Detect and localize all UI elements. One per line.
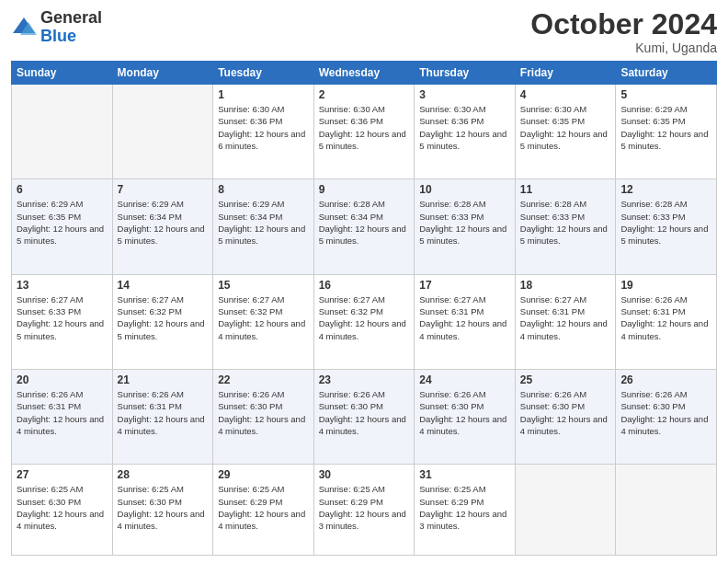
table-row: 16Sunrise: 6:27 AM Sunset: 6:32 PM Dayli… [313,274,415,369]
table-row: 27Sunrise: 6:25 AM Sunset: 6:30 PM Dayli… [12,465,113,556]
table-row: 31Sunrise: 6:25 AM Sunset: 6:29 PM Dayli… [415,465,516,556]
table-row: 6Sunrise: 6:29 AM Sunset: 6:35 PM Daylig… [12,179,113,274]
table-row: 24Sunrise: 6:26 AM Sunset: 6:30 PM Dayli… [415,370,516,465]
day-info: Sunrise: 6:29 AM Sunset: 6:35 PM Dayligh… [17,198,108,247]
table-row: 12Sunrise: 6:28 AM Sunset: 6:33 PM Dayli… [616,179,717,274]
day-number: 9 [319,183,410,196]
day-info: Sunrise: 6:28 AM Sunset: 6:33 PM Dayligh… [520,198,611,247]
table-row: 22Sunrise: 6:26 AM Sunset: 6:30 PM Dayli… [213,370,314,465]
day-info: Sunrise: 6:28 AM Sunset: 6:33 PM Dayligh… [620,198,711,247]
day-number: 20 [17,373,108,386]
table-row: 1Sunrise: 6:30 AM Sunset: 6:36 PM Daylig… [213,85,314,179]
table-row: 2Sunrise: 6:30 AM Sunset: 6:36 PM Daylig… [313,85,415,179]
day-info: Sunrise: 6:29 AM Sunset: 6:34 PM Dayligh… [218,198,309,247]
day-info: Sunrise: 6:25 AM Sunset: 6:29 PM Dayligh… [319,483,410,532]
table-row: 30Sunrise: 6:25 AM Sunset: 6:29 PM Dayli… [313,465,415,556]
table-row: 19Sunrise: 6:26 AM Sunset: 6:31 PM Dayli… [616,274,717,369]
table-row: 4Sunrise: 6:30 AM Sunset: 6:35 PM Daylig… [515,85,616,179]
day-number: 7 [118,183,209,196]
table-row: 9Sunrise: 6:28 AM Sunset: 6:34 PM Daylig… [313,179,415,274]
table-row: 29Sunrise: 6:25 AM Sunset: 6:29 PM Dayli… [213,465,314,556]
day-info: Sunrise: 6:27 AM Sunset: 6:32 PM Dayligh… [319,293,410,342]
day-number: 10 [419,183,510,196]
day-number: 21 [118,373,209,386]
day-number: 6 [17,183,108,196]
day-number: 1 [218,88,309,101]
header: General Blue October 2024 Kumi, Uganda [11,9,717,55]
location: Kumi, Uganda [530,40,717,55]
logo-general: General [40,8,102,27]
day-info: Sunrise: 6:26 AM Sunset: 6:31 PM Dayligh… [620,293,711,342]
table-row [515,465,616,556]
day-info: Sunrise: 6:25 AM Sunset: 6:30 PM Dayligh… [17,483,108,532]
day-info: Sunrise: 6:30 AM Sunset: 6:36 PM Dayligh… [419,103,510,152]
day-info: Sunrise: 6:27 AM Sunset: 6:32 PM Dayligh… [118,293,209,342]
header-friday: Friday [515,62,616,85]
table-row: 3Sunrise: 6:30 AM Sunset: 6:36 PM Daylig… [415,85,516,179]
day-info: Sunrise: 6:29 AM Sunset: 6:35 PM Dayligh… [620,103,711,152]
day-number: 31 [419,468,510,481]
day-info: Sunrise: 6:27 AM Sunset: 6:32 PM Dayligh… [218,293,309,342]
day-number: 22 [218,373,309,386]
week-row-2: 6Sunrise: 6:29 AM Sunset: 6:35 PM Daylig… [12,179,717,274]
table-row: 18Sunrise: 6:27 AM Sunset: 6:31 PM Dayli… [515,274,616,369]
table-row [112,85,213,179]
table-row: 11Sunrise: 6:28 AM Sunset: 6:33 PM Dayli… [515,179,616,274]
day-number: 24 [419,373,510,386]
calendar-table: Sunday Monday Tuesday Wednesday Thursday… [11,61,717,556]
day-number: 12 [620,183,711,196]
table-row: 23Sunrise: 6:26 AM Sunset: 6:30 PM Dayli… [313,370,415,465]
day-info: Sunrise: 6:26 AM Sunset: 6:30 PM Dayligh… [218,388,309,437]
week-row-1: 1Sunrise: 6:30 AM Sunset: 6:36 PM Daylig… [12,85,717,179]
table-row: 21Sunrise: 6:26 AM Sunset: 6:31 PM Dayli… [112,370,213,465]
day-number: 2 [319,88,410,101]
day-info: Sunrise: 6:25 AM Sunset: 6:29 PM Dayligh… [419,483,510,532]
day-number: 25 [520,373,611,386]
day-number: 19 [620,279,711,292]
day-info: Sunrise: 6:25 AM Sunset: 6:29 PM Dayligh… [218,483,309,532]
table-row: 28Sunrise: 6:25 AM Sunset: 6:30 PM Dayli… [112,465,213,556]
day-number: 4 [520,88,611,101]
day-number: 11 [520,183,611,196]
day-number: 5 [620,88,711,101]
logo: General Blue [11,9,102,46]
table-row: 26Sunrise: 6:26 AM Sunset: 6:30 PM Dayli… [616,370,717,465]
day-info: Sunrise: 6:30 AM Sunset: 6:36 PM Dayligh… [319,103,410,152]
table-row: 25Sunrise: 6:26 AM Sunset: 6:30 PM Dayli… [515,370,616,465]
day-info: Sunrise: 6:26 AM Sunset: 6:30 PM Dayligh… [620,388,711,437]
day-number: 16 [319,279,410,292]
day-info: Sunrise: 6:26 AM Sunset: 6:30 PM Dayligh… [419,388,510,437]
table-row: 15Sunrise: 6:27 AM Sunset: 6:32 PM Dayli… [213,274,314,369]
day-info: Sunrise: 6:29 AM Sunset: 6:34 PM Dayligh… [118,198,209,247]
week-row-5: 27Sunrise: 6:25 AM Sunset: 6:30 PM Dayli… [12,465,717,556]
table-row: 14Sunrise: 6:27 AM Sunset: 6:32 PM Dayli… [112,274,213,369]
table-row: 13Sunrise: 6:27 AM Sunset: 6:33 PM Dayli… [12,274,113,369]
page: General Blue October 2024 Kumi, Uganda S… [0,0,728,563]
day-number: 30 [319,468,410,481]
day-number: 15 [218,279,309,292]
day-number: 17 [419,279,510,292]
day-number: 28 [118,468,209,481]
day-number: 29 [218,468,309,481]
table-row [12,85,113,179]
day-number: 18 [520,279,611,292]
day-number: 23 [319,373,410,386]
title-block: October 2024 Kumi, Uganda [530,9,717,55]
table-row: 7Sunrise: 6:29 AM Sunset: 6:34 PM Daylig… [112,179,213,274]
day-info: Sunrise: 6:25 AM Sunset: 6:30 PM Dayligh… [118,483,209,532]
header-wednesday: Wednesday [313,62,415,85]
day-info: Sunrise: 6:28 AM Sunset: 6:33 PM Dayligh… [419,198,510,247]
week-row-3: 13Sunrise: 6:27 AM Sunset: 6:33 PM Dayli… [12,274,717,369]
day-number: 27 [17,468,108,481]
header-saturday: Saturday [616,62,717,85]
weekday-header-row: Sunday Monday Tuesday Wednesday Thursday… [12,62,717,85]
table-row: 5Sunrise: 6:29 AM Sunset: 6:35 PM Daylig… [616,85,717,179]
day-info: Sunrise: 6:26 AM Sunset: 6:30 PM Dayligh… [520,388,611,437]
day-info: Sunrise: 6:27 AM Sunset: 6:31 PM Dayligh… [419,293,510,342]
day-info: Sunrise: 6:27 AM Sunset: 6:33 PM Dayligh… [17,293,108,342]
day-number: 13 [17,279,108,292]
day-info: Sunrise: 6:30 AM Sunset: 6:36 PM Dayligh… [218,103,309,152]
day-number: 26 [620,373,711,386]
table-row: 8Sunrise: 6:29 AM Sunset: 6:34 PM Daylig… [213,179,314,274]
day-info: Sunrise: 6:26 AM Sunset: 6:30 PM Dayligh… [319,388,410,437]
